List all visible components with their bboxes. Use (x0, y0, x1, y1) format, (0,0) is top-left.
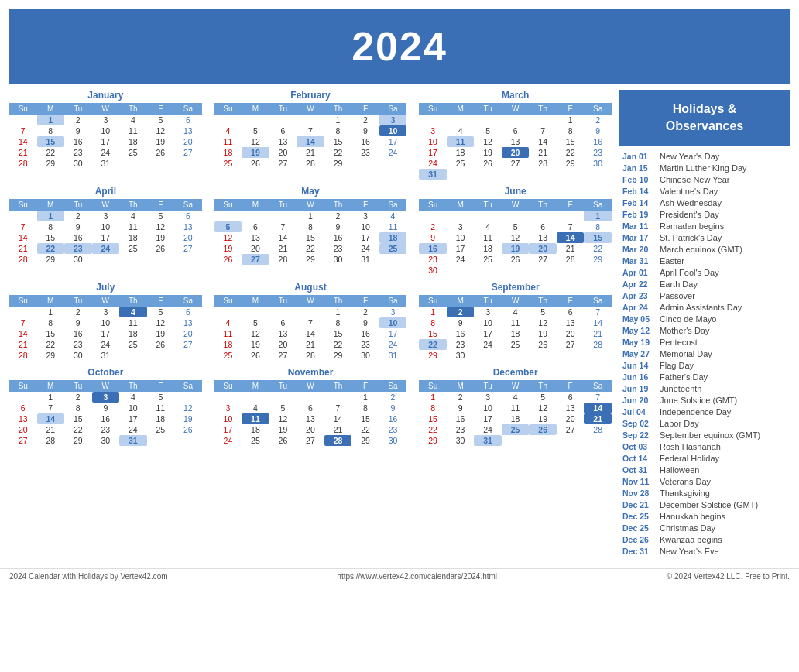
year-header: 2024 (9, 9, 790, 84)
holiday-item: Jan 15Martin Luther King Day (619, 163, 790, 174)
holiday-item: Feb 14Valentine's Day (619, 186, 790, 197)
holiday-item: Dec 21December Solstice (GMT) (619, 499, 790, 511)
month-april: April SuMTuWThFSa 1 2345 6 7 89101112 1 (9, 186, 202, 276)
holiday-item: May 05Cinco de Mayo (619, 314, 790, 325)
month-title-december: December (419, 367, 612, 378)
months-grid: January SuMTuWThFSa 1 2345 6 7 89101112 (9, 90, 612, 446)
holiday-item: Jun 19Juneteenth (619, 383, 790, 395)
cal-april: SuMTuWThFSa 1 2345 6 7 89101112 13 (9, 199, 202, 265)
month-june: June SuMTuWThFSa 1 2 34567 8 (419, 186, 612, 276)
holiday-item: May 19Pentecost (619, 337, 790, 348)
holiday-item: Apr 24Admin Assistants Day (619, 302, 790, 314)
holiday-list: Jan 01New Year's DayJan 15Martin Luther … (619, 151, 790, 557)
holiday-item: Dec 25Hanukkah begins (619, 511, 790, 523)
cal-november: SuMTuWThFSa 1 2 3 45678 9 10 11 (214, 380, 407, 446)
holiday-item: May 12Mother's Day (619, 325, 790, 337)
main-content: January SuMTuWThFSa 1 2345 6 7 89101112 (0, 84, 799, 564)
holiday-item: Oct 03Rosh Hashanah (619, 441, 790, 453)
month-title-june: June (419, 186, 612, 197)
month-title-february: February (214, 90, 407, 101)
month-title-january: January (9, 90, 202, 101)
month-title-may: May (214, 186, 407, 197)
holiday-item: Sep 02Labor Day (619, 418, 790, 430)
month-title-july: July (9, 282, 202, 293)
month-title-march: March (419, 90, 612, 101)
holiday-item: Apr 23Passover (619, 290, 790, 302)
month-title-september: September (419, 282, 612, 293)
holiday-item: Apr 22Earth Day (619, 279, 790, 290)
holiday-item: Jul 04Independence Day (619, 406, 790, 418)
holiday-item: Jun 16Father's Day (619, 372, 790, 383)
month-september: September SuMTuWThFSa 1 2 3456 7 8 91011… (419, 282, 612, 361)
cal-march: SuMTuWThFSa 1 2 3 45678 9 10 11 (419, 103, 612, 180)
month-march: March SuMTuWThFSa 1 2 3 45678 9 (419, 90, 612, 180)
page: 2024 January SuMTuWThFSa 1 2345 6 (0, 0, 799, 672)
month-february: February SuMTuWThFSa 12 3 4 56789 10 (214, 90, 407, 180)
month-january: January SuMTuWThFSa 1 2345 6 7 89101112 (9, 90, 202, 180)
month-title-november: November (214, 367, 407, 378)
cal-june: SuMTuWThFSa 1 2 34567 8 9 10111213 (419, 199, 612, 276)
cal-february: SuMTuWThFSa 12 3 4 56789 10 11 1213 (214, 103, 407, 169)
holiday-item: Apr 01April Fool's Day (619, 267, 790, 279)
holiday-item: Jan 01New Year's Day (619, 151, 790, 163)
holiday-item: Mar 11Ramadan begins (619, 221, 790, 232)
month-november: November SuMTuWThFSa 1 2 3 45678 9 (214, 367, 407, 446)
holiday-item: Mar 17St. Patrick's Day (619, 232, 790, 244)
month-title-august: August (214, 282, 407, 293)
holiday-item: Oct 14Federal Holiday (619, 453, 790, 465)
month-may: May SuMTuWThFSa 123 4 5 678910 11 (214, 186, 407, 276)
holiday-item: Mar 31Easter (619, 255, 790, 267)
year-title: 2024 (17, 23, 782, 70)
sidebar-header: Holidays &Observances (619, 90, 790, 146)
cal-october: SuMTuWThFSa 12 3 4 5 6 7891011 12 (9, 380, 202, 446)
holiday-item: Feb 14Ash Wednesday (619, 197, 790, 209)
holiday-item: Sep 22September equinox (GMT) (619, 430, 790, 441)
holiday-item: Dec 31New Year's Eve (619, 546, 790, 557)
cal-december: SuMTuWThFSa 1 23456 7 8 910111213 14 (419, 380, 612, 446)
holiday-item: Mar 20March equinox (GMT) (619, 244, 790, 255)
footer: 2024 Calendar with Holidays by Vertex42.… (0, 568, 799, 584)
cal-january: SuMTuWThFSa 1 2345 6 7 89101112 13 (9, 103, 202, 169)
footer-left: 2024 Calendar with Holidays by Vertex42.… (9, 572, 168, 581)
month-august: August SuMTuWThFSa 12 3 4 56789 10 (214, 282, 407, 361)
sidebar: Holidays &Observances Jan 01New Year's D… (619, 90, 790, 557)
holiday-item: Feb 19President's Day (619, 209, 790, 221)
month-title-april: April (9, 186, 202, 197)
holiday-item: Feb 10Chinese New Year (619, 174, 790, 186)
month-title-october: October (9, 367, 202, 378)
holiday-item: May 27Memorial Day (619, 348, 790, 360)
footer-center: https://www.vertex42.com/calendars/2024.… (337, 572, 497, 581)
month-july: July SuMTuWThFSa 123 4 5 6 7 89101112 13 (9, 282, 202, 361)
holiday-item: Nov 28Thanksgiving (619, 488, 790, 499)
holiday-item: Dec 26Kwanzaa begins (619, 534, 790, 546)
cal-august: SuMTuWThFSa 12 3 4 56789 10 11 121314 (214, 295, 407, 361)
holiday-item: Dec 25Christmas Day (619, 523, 790, 534)
holiday-item: Oct 31Halloween (619, 465, 790, 476)
cal-september: SuMTuWThFSa 1 2 3456 7 8 910111213 14 (419, 295, 612, 361)
cal-may: SuMTuWThFSa 123 4 5 678910 11 12 1314 (214, 199, 407, 265)
month-december: December SuMTuWThFSa 1 23456 7 8 9101112… (419, 367, 612, 446)
holiday-item: Nov 11Veterans Day (619, 476, 790, 488)
month-october: October SuMTuWThFSa 12 3 4 5 6 7891011 (9, 367, 202, 446)
calendars-area: January SuMTuWThFSa 1 2345 6 7 89101112 (9, 90, 612, 557)
footer-right: © 2024 Vertex42 LLC. Free to Print. (667, 572, 790, 581)
holiday-item: Jun 14Flag Day (619, 360, 790, 372)
cal-july: SuMTuWThFSa 123 4 5 6 7 89101112 13 (9, 295, 202, 361)
holiday-item: Jun 20June Solstice (GMT) (619, 395, 790, 406)
